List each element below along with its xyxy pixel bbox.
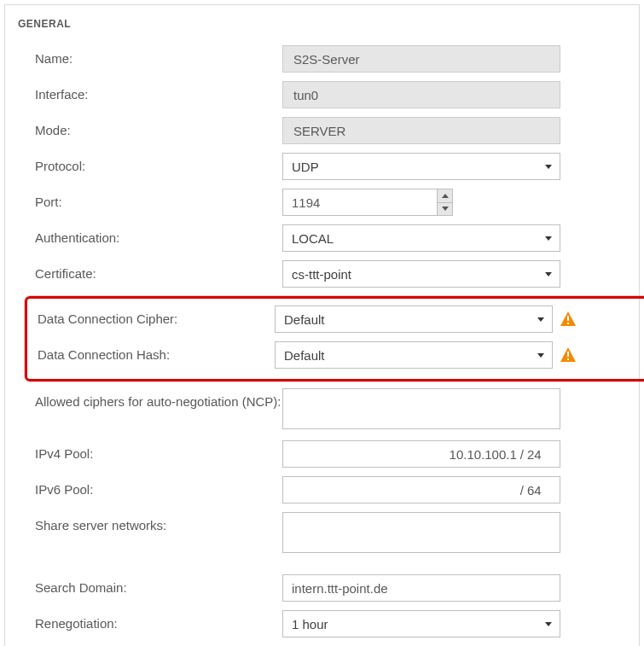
row-port: Port: [35,189,626,216]
interface-field: tun0 [282,81,560,108]
row-authentication: Authentication: LOCAL [35,224,626,252]
row-interface: Interface: tun0 [35,81,626,108]
row-mode: Mode: SERVER [35,117,626,144]
label-ipv6pool: IPv6 Pool: [35,476,282,498]
label-name: Name: [35,45,282,67]
port-spinner [437,189,452,215]
chevron-down-icon [442,207,449,211]
row-share: Share server networks: [35,512,626,556]
general-panel: GENERAL Name: S2S-Server Interface: tun0… [4,4,640,646]
label-renegotiation: Renegotiation: [35,610,282,632]
ipv6-sep: / [520,483,524,498]
certificate-select[interactable]: cs-ttt-point [282,260,560,288]
label-certificate: Certificate: [35,260,282,282]
name-field: S2S-Server [282,45,560,73]
chevron-up-icon [442,194,449,198]
authentication-select[interactable]: LOCAL [282,224,560,252]
svg-rect-7 [567,358,569,360]
cipher-select[interactable]: Default [275,306,553,333]
label-share: Share server networks: [35,512,282,534]
row-ncp: Allowed ciphers for auto-negotiation (NC… [35,388,626,432]
row-ipv4pool: IPv4 Pool: / [35,440,626,468]
port-step-down[interactable] [437,203,452,216]
mode-field: SERVER [282,117,560,144]
search-domain-input[interactable] [282,574,560,602]
ipv6pool-prefix-input[interactable] [527,483,551,498]
port-input[interactable] [282,189,453,216]
ipv4pool-mask-input[interactable] [527,447,551,462]
svg-rect-3 [567,316,569,321]
row-search-domain: Search Domain: [35,574,626,602]
label-authentication: Authentication: [35,224,282,247]
row-cipher: Data Connection Cipher: Default [38,306,624,333]
form-rows: Name: S2S-Server Interface: tun0 Mode: S… [18,45,626,637]
highlight-box: Data Connection Cipher: Default Data Con… [25,296,644,381]
protocol-select[interactable]: UDP [282,153,560,180]
row-certificate: Certificate: cs-ttt-point [35,260,626,288]
ipv6pool-field: / [282,476,560,503]
label-port: Port: [35,189,282,211]
row-protocol: Protocol: UDP [35,153,626,180]
label-interface: Interface: [35,81,282,103]
ipv4pool-addr-input[interactable] [363,447,517,462]
row-ipv6pool: IPv6 Pool: / [35,476,626,503]
section-title: GENERAL [18,18,626,30]
svg-rect-6 [567,352,569,357]
port-step-up[interactable] [437,189,452,203]
label-search-domain: Search Domain: [35,574,282,597]
warning-icon [560,311,577,328]
hash-select[interactable]: Default [275,341,553,369]
label-ipv4pool: IPv4 Pool: [35,440,282,463]
row-hash: Data Connection Hash: Default [38,341,624,369]
label-cipher: Data Connection Cipher: [38,306,275,328]
svg-marker-1 [442,207,449,211]
svg-rect-4 [567,323,569,324]
label-mode: Mode: [35,117,282,139]
label-hash: Data Connection Hash: [38,341,275,364]
svg-marker-0 [442,194,449,198]
ncp-textarea[interactable] [282,388,560,429]
ipv4-sep: / [520,447,524,462]
row-name: Name: S2S-Server [35,45,626,73]
label-ncp: Allowed ciphers for auto-negotiation (NC… [35,388,282,410]
renegotiation-select[interactable]: 1 hour [282,610,560,637]
ipv6pool-addr-input[interactable] [346,483,517,498]
ipv4pool-field: / [282,440,560,468]
warning-icon [560,346,577,364]
row-renegotiation: Renegotiation: 1 hour [35,610,626,637]
label-protocol: Protocol: [35,153,282,175]
share-textarea[interactable] [282,512,560,553]
